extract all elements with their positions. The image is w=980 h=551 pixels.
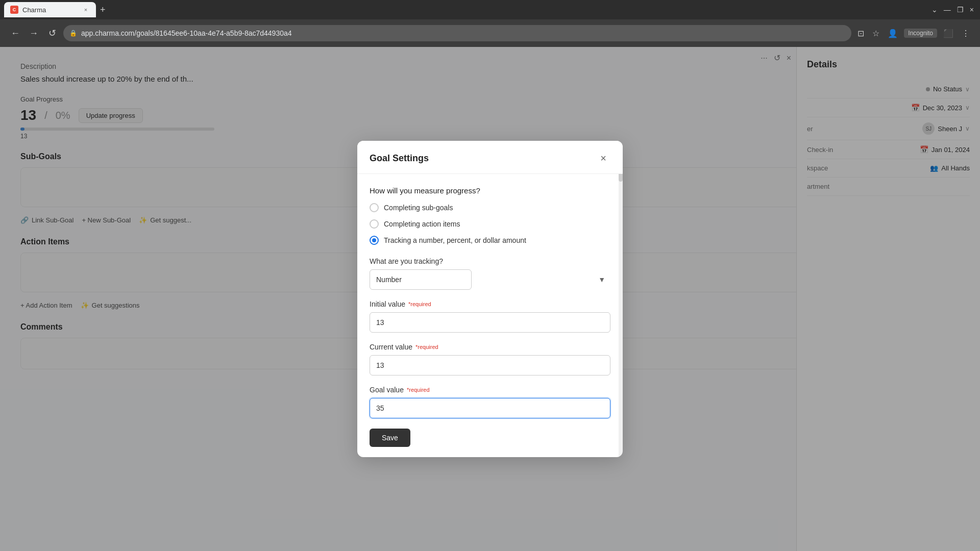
modal-overlay: Goal Settings × How will you measure pro…: [0, 47, 980, 551]
window-close-button[interactable]: ×: [968, 6, 976, 14]
tab-list-icon[interactable]: ⌄: [932, 6, 938, 14]
bookmark-icon[interactable]: ☆: [870, 27, 881, 40]
radio-action-items-input[interactable]: [370, 219, 379, 229]
radio-tracking-input[interactable]: [370, 236, 379, 245]
radio-sub-goals-input[interactable]: [370, 203, 379, 212]
tracking-type-select[interactable]: Number Percent Dollar Amount: [370, 269, 472, 290]
modal-body: How will you measure progress? Completin…: [357, 174, 623, 457]
radio-action-items[interactable]: Completing action items: [370, 219, 610, 229]
measure-question: How will you measure progress?: [370, 186, 610, 195]
current-required-badge: *required: [415, 344, 438, 350]
address-url: app.charma.com/goals/81645ee6-10aa-4e74-…: [81, 29, 845, 37]
current-value-group: Current value *required: [370, 343, 610, 375]
tracking-select-wrapper: Number Percent Dollar Amount ▼: [370, 269, 610, 290]
tracking-question-label: What are you tracking?: [370, 257, 610, 265]
modal-header: Goal Settings ×: [357, 141, 623, 174]
goal-value-input[interactable]: [370, 398, 610, 418]
radio-action-items-label: Completing action items: [384, 220, 460, 228]
goal-required-badge: *required: [407, 387, 430, 393]
tab-title: Charma: [22, 6, 46, 14]
modal-scrollbar[interactable]: [619, 141, 623, 457]
measure-options-group: Completing sub-goals Completing action i…: [370, 203, 610, 245]
nav-back-button[interactable]: ←: [8, 26, 22, 40]
initial-value-label: Initial value *required: [370, 300, 610, 308]
nav-reload-button[interactable]: ↺: [45, 26, 59, 40]
radio-tracking-label: Tracking a number, percent, or dollar am…: [384, 236, 526, 244]
address-bar[interactable]: 🔒 app.charma.com/goals/81645ee6-10aa-4e7…: [63, 25, 851, 41]
tracking-type-group: What are you tracking? Number Percent Do…: [370, 257, 610, 290]
initial-value-group: Initial value *required: [370, 300, 610, 333]
incognito-badge: Incognito: [904, 29, 937, 38]
tab-close-button[interactable]: ×: [82, 6, 90, 14]
current-value-label: Current value *required: [370, 343, 610, 351]
goal-settings-modal: Goal Settings × How will you measure pro…: [357, 141, 623, 457]
window-maximize-button[interactable]: ❐: [955, 6, 966, 14]
modal-title: Goal Settings: [370, 153, 429, 164]
current-value-input[interactable]: [370, 355, 610, 375]
save-button[interactable]: Save: [370, 429, 410, 447]
extensions-icon[interactable]: ⬛: [941, 27, 955, 40]
radio-sub-goals[interactable]: Completing sub-goals: [370, 203, 610, 212]
goal-value-label: Goal value *required: [370, 386, 610, 394]
browser-tab[interactable]: C Charma ×: [4, 2, 96, 17]
radio-tracking[interactable]: Tracking a number, percent, or dollar am…: [370, 236, 610, 245]
profile-icon[interactable]: 👤: [886, 27, 900, 40]
nav-forward-button[interactable]: →: [27, 26, 41, 40]
modal-close-button[interactable]: ×: [596, 151, 610, 165]
radio-tracking-dot: [372, 238, 376, 242]
goal-value-group: Goal value *required: [370, 386, 610, 418]
initial-value-input[interactable]: [370, 312, 610, 333]
initial-required-badge: *required: [408, 301, 431, 307]
radio-sub-goals-label: Completing sub-goals: [384, 204, 453, 212]
window-minimize-button[interactable]: —: [942, 6, 953, 14]
lock-icon: 🔒: [69, 30, 77, 37]
menu-icon[interactable]: ⋮: [960, 27, 972, 40]
page-area: Description Sales should increase up to …: [0, 47, 980, 551]
new-tab-button[interactable]: +: [96, 5, 110, 15]
tab-favicon: C: [10, 6, 18, 14]
select-arrow-icon: ▼: [598, 276, 605, 284]
cast-icon[interactable]: ⊡: [855, 27, 866, 40]
